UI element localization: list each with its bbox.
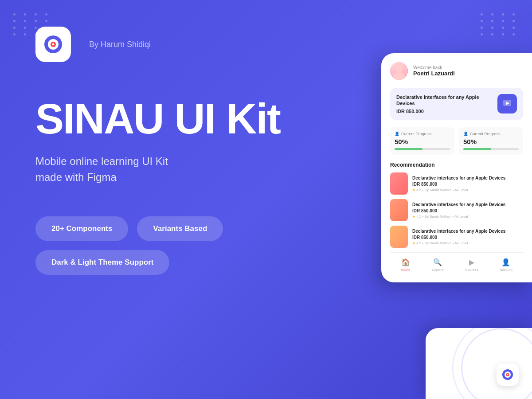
- second-card-inner: [426, 328, 532, 399]
- rec-title-2: Declarative interfaces for any Apple Dev…: [412, 202, 505, 207]
- progress-row: 👤 Current Progress 50% 👤 Current Progres…: [390, 127, 523, 155]
- rec-price-3: IDR 850.000: [412, 235, 505, 240]
- user-avatar: [390, 62, 408, 80]
- phone-mockup: Welcome back Poetri Lazuardi Declarative…: [381, 53, 532, 282]
- rec-thumb-3: [390, 226, 408, 248]
- second-preview-card: [426, 328, 532, 399]
- recommendation-title: Recommendation: [390, 162, 523, 168]
- rec-thumb-1: [390, 172, 408, 195]
- svg-point-4: [395, 65, 403, 72]
- progress-label-1: 👤 Current Progress: [395, 132, 450, 136]
- user-name: Poetri Lazuardi: [413, 70, 455, 77]
- progress-fill-2: [463, 148, 491, 150]
- rec-thumb-2: [390, 199, 408, 221]
- nav-account-label: Account: [500, 268, 512, 272]
- progress-bar-1: [395, 148, 450, 150]
- rec-item-3: Declarative interfaces for any Apple Dev…: [390, 226, 523, 248]
- rec-title-1: Declarative interfaces for any Apple Dev…: [412, 175, 505, 181]
- svg-point-5: [393, 72, 405, 80]
- nav-home-label: Home: [401, 268, 410, 272]
- rec-info-1: Declarative interfaces for any Apple Dev…: [412, 175, 505, 192]
- nav-home[interactable]: 🏠 Home: [401, 258, 410, 272]
- nav-explore-label: Explore: [432, 268, 444, 272]
- badges-row-2: Dark & Light Theme Support: [35, 250, 364, 275]
- progress-card-1: 👤 Current Progress 50%: [390, 127, 454, 155]
- courses-icon: ▶: [469, 258, 474, 266]
- badge-theme: Dark & Light Theme Support: [35, 250, 169, 275]
- progress-card-2: 👤 Current Progress 50%: [459, 127, 523, 155]
- progress-value-2: 50%: [463, 138, 519, 145]
- rec-info-2: Declarative interfaces for any Apple Dev…: [412, 202, 505, 219]
- main-title: SINAU UI Kit: [35, 98, 364, 140]
- welcome-label: Welcome back: [413, 65, 455, 70]
- home-icon: 🏠: [401, 258, 410, 266]
- featured-price: IDR 850.000: [396, 109, 497, 114]
- badges-row-1: 20+ Components Variants Based: [35, 216, 364, 241]
- rec-price-2: IDR 850.000: [412, 208, 505, 213]
- rec-item-1: Declarative interfaces for any Apple Dev…: [390, 172, 523, 195]
- rec-meta-2: ★ 4.5 • By Sarah William • All Level: [412, 215, 505, 219]
- rec-meta-3: ★ 4.5 • By Sarah William • All Level: [412, 241, 505, 245]
- logo-row: By Harum Shidiqi: [35, 27, 364, 62]
- featured-thumbnail: [497, 94, 517, 113]
- progress-label-2: 👤 Current Progress: [463, 132, 519, 136]
- badge-variants: Variants Based: [137, 216, 223, 241]
- rec-meta-1: ★ 4.5 • By Sarah William • All Level: [412, 188, 505, 192]
- svg-point-11: [507, 374, 509, 376]
- badge-components: 20+ Components: [35, 216, 128, 241]
- circle-decoration-2: [452, 328, 532, 399]
- user-info: Welcome back Poetri Lazuardi: [413, 65, 455, 77]
- phone-card: Welcome back Poetri Lazuardi Declarative…: [381, 53, 532, 282]
- subtitle: Mobile online learning UI Kit made with …: [35, 153, 364, 185]
- progress-fill-1: [395, 148, 422, 150]
- featured-info: Declarative interfaces for any Apple Dev…: [396, 94, 497, 114]
- rec-info-3: Declarative interfaces for any Apple Dev…: [412, 228, 505, 245]
- featured-title: Declarative interfaces for any Apple Dev…: [396, 94, 497, 107]
- account-icon: 👤: [501, 258, 510, 266]
- left-content: By Harum Shidiqi SINAU UI Kit Mobile onl…: [0, 0, 399, 399]
- nav-courses[interactable]: ▶ Courses: [465, 258, 478, 272]
- nav-account[interactable]: 👤 Account: [500, 258, 512, 272]
- rec-title-3: Declarative interfaces for any Apple Dev…: [412, 228, 505, 234]
- nav-courses-label: Courses: [465, 268, 478, 272]
- second-logo-icon: [497, 364, 519, 386]
- featured-card: Declarative interfaces for any Apple Dev…: [390, 88, 523, 120]
- author-label: By Harum Shidiqi: [89, 40, 151, 49]
- svg-point-3: [52, 43, 55, 46]
- progress-bar-2: [463, 148, 519, 150]
- explore-icon: 🔍: [433, 258, 442, 266]
- logo-divider: [80, 33, 80, 55]
- rec-price-1: IDR 850.000: [412, 182, 505, 187]
- bottom-nav: 🏠 Home 🔍 Explore ▶ Courses 👤 Account: [390, 252, 523, 274]
- nav-explore[interactable]: 🔍 Explore: [432, 258, 444, 272]
- app-header: Welcome back Poetri Lazuardi: [390, 62, 523, 80]
- rec-item-2: Declarative interfaces for any Apple Dev…: [390, 199, 523, 221]
- app-logo-icon: [35, 27, 71, 62]
- dots-decoration-tr: [481, 13, 519, 35]
- progress-value-1: 50%: [395, 138, 450, 145]
